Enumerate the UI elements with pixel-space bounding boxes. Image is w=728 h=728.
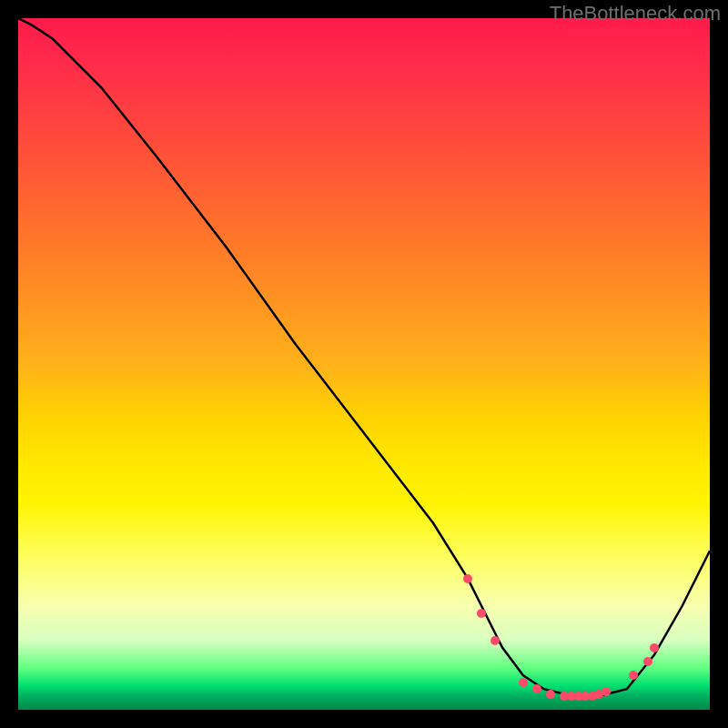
data-point-dot	[650, 643, 659, 652]
data-point-dot	[532, 684, 541, 693]
data-point-dot	[463, 574, 472, 583]
data-point-dot	[477, 609, 486, 618]
data-point-dot	[519, 678, 528, 687]
dots-layer	[18, 18, 710, 710]
chart-plot-area	[18, 18, 710, 710]
data-point-dot	[643, 657, 652, 666]
data-point-dot	[602, 687, 611, 696]
data-point-dot	[546, 690, 555, 699]
data-point-dot	[490, 636, 500, 645]
data-point-dot	[629, 671, 638, 680]
attribution-text: TheBottleneck.com	[550, 2, 721, 25]
